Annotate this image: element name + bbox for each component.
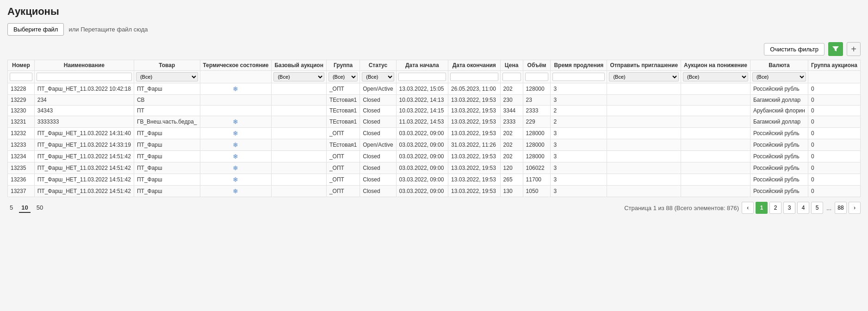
cell-send-invite [607, 139, 681, 151]
filter-group-select[interactable]: (Все) [329, 72, 358, 81]
cell-date-start: 03.03.2022, 09:00 [396, 139, 448, 151]
table-row[interactable]: 13228 ПТ_Фарш_НЕТ_11.03.2022 10:42:18 ПТ… [8, 83, 861, 95]
filter-number[interactable] [8, 71, 35, 83]
filter-price-input[interactable] [502, 73, 521, 81]
page-2-button[interactable]: 2 [769, 202, 781, 214]
cell-base-auction [272, 139, 326, 151]
cell-date-end: 26.05.2023, 11:00 [448, 83, 500, 95]
cell-number: 13237 [8, 186, 35, 197]
filter-status-select[interactable]: (Все) [362, 72, 394, 81]
filter-group[interactable]: (Все) [326, 71, 360, 83]
filter-auction-down-select[interactable]: (Все) [683, 72, 748, 81]
filter-name-input[interactable] [37, 73, 132, 81]
cell-send-invite [607, 128, 681, 139]
filter-icon [832, 45, 839, 53]
filter-volume-input[interactable] [525, 73, 549, 81]
cell-time-extend: 3 [551, 139, 607, 151]
filter-date-start[interactable] [396, 71, 448, 83]
cell-date-start: 11.03.2022, 14:53 [396, 116, 448, 128]
cell-currency: Арубанский флорин [750, 106, 808, 116]
table-row[interactable]: 13233 ПТ_Фарш_НЕТ_11.03.2022 14:33:19 ПТ… [8, 139, 861, 151]
cell-group: ТЕстовая1 [326, 95, 360, 106]
cell-auction-group: 0 [808, 95, 860, 106]
filter-send-invite[interactable]: (Все) [607, 71, 681, 83]
cell-date-end: 13.03.2022, 19:53 [448, 106, 500, 116]
add-button[interactable]: + [847, 42, 861, 56]
cell-status: Closed [360, 162, 396, 174]
cell-product: СВ [134, 95, 200, 106]
cell-send-invite [607, 186, 681, 197]
page-4-button[interactable]: 4 [797, 202, 809, 214]
table-row[interactable]: 13230 34343 ПТ ТЕстовая1 Closed 10.03.20… [8, 106, 861, 116]
filter-thermal [200, 71, 272, 83]
thermal-icon: ❄ [233, 130, 238, 137]
page-size-10[interactable]: 10 [19, 203, 30, 213]
cell-group: _ОПТ [326, 83, 360, 95]
cell-currency: Российский рубль [750, 151, 808, 162]
cell-price: 130 [500, 186, 523, 197]
filter-name[interactable] [34, 71, 134, 83]
table-row[interactable]: 13229 234 СВ ТЕстовая1 Closed 10.03.2022… [8, 95, 861, 106]
filter-price[interactable] [500, 71, 523, 83]
table-row[interactable]: 13231 3333333 ГВ_Внеш.часть.бедра_ ❄ ТЕс… [8, 116, 861, 128]
choose-file-button[interactable]: Выберите файл [7, 23, 64, 36]
clear-filter-button[interactable]: Очистить фильтр [764, 43, 825, 56]
cell-status: Closed [360, 151, 396, 162]
filter-auction-down[interactable]: (Все) [681, 71, 750, 83]
page-1-button[interactable]: 1 [756, 202, 768, 214]
page-size-5[interactable]: 5 [7, 203, 15, 213]
filter-time-extend-input[interactable] [552, 73, 605, 81]
page-last-button[interactable]: 88 [835, 202, 847, 214]
filter-base-auction[interactable]: (Все) [272, 71, 326, 83]
cell-auction-group: 0 [808, 139, 860, 151]
cell-status: Closed [360, 128, 396, 139]
table-row[interactable]: 13235 ПТ_Фарш_НЕТ_11.03.2022 14:51:42 ПТ… [8, 162, 861, 174]
cell-auction-down [681, 162, 750, 174]
table-row[interactable]: 13236 ПТ_Фарш_НЕТ_11.03.2022 14:51:42 ПТ… [8, 174, 861, 186]
page-3-button[interactable]: 3 [783, 202, 795, 214]
filter-currency-select[interactable]: (Все) [752, 72, 806, 81]
cell-date-end: 31.03.2022, 11:26 [448, 139, 500, 151]
cell-number: 13232 [8, 128, 35, 139]
cell-time-extend: 3 [551, 95, 607, 106]
cell-currency: Российский рубль [750, 139, 808, 151]
drag-label: или Перетащите файл сюда [68, 26, 148, 33]
page-prev-button[interactable]: ‹ [742, 202, 754, 214]
pagination: 5 10 50 Страница 1 из 88 (Всего элементо… [7, 202, 861, 214]
filter-base-auction-select[interactable]: (Все) [273, 72, 324, 81]
filter-status[interactable]: (Все) [360, 71, 396, 83]
filter-time-extend[interactable] [551, 71, 607, 83]
filter-date-end[interactable] [448, 71, 500, 83]
filter-product-select[interactable]: (Все) [136, 72, 198, 81]
cell-time-extend: 3 [551, 128, 607, 139]
cell-product: ГВ_Внеш.часть.бедра_ [134, 116, 200, 128]
table-row[interactable]: 13232 ПТ_Фарш_НЕТ_11.03.2022 14:31:40 ПТ… [8, 128, 861, 139]
filter-date-start-input[interactable] [398, 73, 446, 81]
filter-send-invite-select[interactable]: (Все) [609, 72, 679, 81]
cell-thermal: ❄ [200, 83, 272, 95]
cell-product: ПТ_Фарш [134, 151, 200, 162]
filter-date-end-input[interactable] [450, 73, 498, 81]
page-5-button[interactable]: 5 [811, 202, 823, 214]
filter-currency[interactable]: (Все) [750, 71, 808, 83]
cell-date-start: 03.03.2022, 09:00 [396, 128, 448, 139]
cell-group: ТЕстовая1 [326, 116, 360, 128]
cell-date-end: 13.03.2022, 19:53 [448, 95, 500, 106]
page-size-50[interactable]: 50 [34, 203, 45, 213]
cell-currency: Российский рубль [750, 83, 808, 95]
table-row[interactable]: 13237 ПТ_Фарш_НЕТ_11.03.2022 14:51:42 ПТ… [8, 186, 861, 197]
cell-auction-group: 0 [808, 151, 860, 162]
cell-thermal: ❄ [200, 116, 272, 128]
filter-number-input[interactable] [10, 73, 32, 81]
filter-button[interactable] [828, 42, 843, 56]
cell-product: ПТ_Фарш [134, 128, 200, 139]
cell-send-invite [607, 162, 681, 174]
cell-time-extend: 2 [551, 116, 607, 128]
filter-volume[interactable] [523, 71, 551, 83]
cell-volume: 23 [523, 95, 551, 106]
cell-date-end: 13.03.2022, 19:53 [448, 186, 500, 197]
cell-base-auction [272, 186, 326, 197]
page-next-button[interactable]: › [849, 202, 861, 214]
table-row[interactable]: 13234 ПТ_Фарш_НЕТ_11.03.2022 14:51:42 ПТ… [8, 151, 861, 162]
filter-product[interactable]: (Все) [134, 71, 200, 83]
